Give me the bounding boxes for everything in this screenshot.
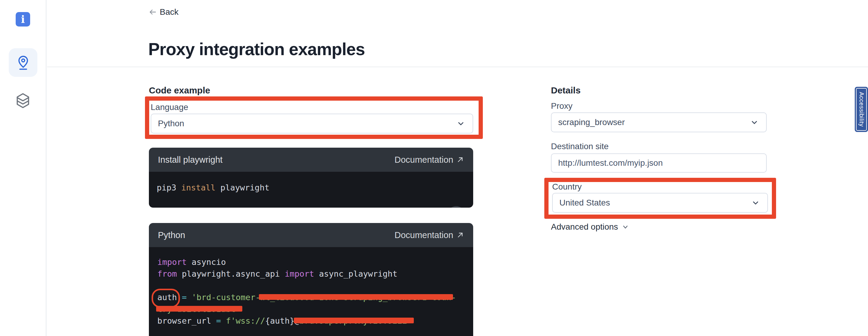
advanced-options-toggle[interactable]: Advanced options bbox=[551, 222, 629, 232]
back-label: Back bbox=[160, 7, 179, 17]
sidebar-item-proxies[interactable] bbox=[9, 48, 37, 77]
proxy-label: Proxy bbox=[551, 101, 572, 111]
chevron-down-icon bbox=[622, 223, 629, 231]
code-line-blank bbox=[157, 280, 473, 292]
python-block-title: Python bbox=[158, 230, 185, 240]
country-label: Country bbox=[552, 182, 582, 192]
redaction-bar: brd.superproxy.io:9222' bbox=[299, 316, 412, 326]
copy-button[interactable] bbox=[447, 206, 465, 208]
details-title: Details bbox=[551, 85, 581, 95]
code-line-browser-url: browser_url = f'wss://{auth}@brd.superpr… bbox=[157, 315, 473, 327]
destination-site-input[interactable] bbox=[551, 153, 767, 173]
layers-icon bbox=[16, 93, 30, 109]
redaction-bar: try-us2c0l101abc' bbox=[157, 304, 241, 314]
external-link-arrow-icon bbox=[456, 231, 464, 239]
sidebar-item-info[interactable]: i bbox=[16, 12, 30, 27]
python-block-header: Python Documentation bbox=[149, 223, 473, 247]
install-code-block: Install playwright Documentation pip3 in… bbox=[149, 148, 473, 208]
code-line: from playwright.async_api import async_p… bbox=[157, 268, 473, 280]
language-label: Language bbox=[151, 102, 188, 112]
external-link-arrow-icon bbox=[456, 156, 464, 164]
install-command: pip3 install playwright bbox=[157, 182, 473, 193]
python-code-body: import asyncio from playwright.async_api… bbox=[149, 247, 473, 336]
code-line-auth-wrap: try-us2c0l101abc' bbox=[157, 303, 473, 315]
header-divider bbox=[47, 67, 868, 67]
documentation-label: Documentation bbox=[395, 230, 453, 240]
country-select[interactable]: United States bbox=[552, 193, 768, 213]
info-icon: i bbox=[21, 14, 25, 24]
sidebar: i bbox=[0, 0, 46, 336]
install-documentation-link[interactable]: Documentation bbox=[395, 155, 464, 165]
install-block-title: Install playwright bbox=[158, 155, 222, 165]
code-line: import asyncio bbox=[157, 256, 473, 268]
back-button[interactable]: Back bbox=[148, 7, 179, 17]
language-select[interactable]: Python bbox=[151, 114, 473, 133]
chevron-down-icon bbox=[750, 118, 758, 126]
code-line-auth: auth = 'brd-customer-wl_c20a000d-zone-sc… bbox=[157, 292, 473, 303]
country-select-value: United States bbox=[559, 198, 752, 208]
code-example-title: Code example bbox=[149, 85, 210, 95]
back-arrow-icon bbox=[148, 8, 157, 16]
documentation-label: Documentation bbox=[395, 155, 453, 165]
install-block-header: Install playwright Documentation bbox=[149, 148, 473, 172]
install-code-body: pip3 install playwright bbox=[149, 172, 473, 208]
chevron-down-icon bbox=[457, 120, 465, 127]
redaction-bar: wl_c20a000d-zone-scraping_browser1-coun bbox=[260, 293, 451, 302]
destination-site-label: Destination site bbox=[551, 142, 609, 151]
python-documentation-link[interactable]: Documentation bbox=[395, 230, 464, 240]
python-code-block: Python Documentation import asyncio from… bbox=[149, 223, 473, 336]
chevron-down-icon bbox=[752, 199, 760, 207]
auth-circle-annotation: auth bbox=[157, 293, 177, 302]
advanced-options-label: Advanced options bbox=[551, 222, 618, 232]
accessibility-widget-tab[interactable]: Accessibility bbox=[855, 87, 868, 132]
sidebar-item-stack[interactable] bbox=[15, 92, 31, 109]
proxy-select[interactable]: scraping_browser bbox=[551, 113, 767, 132]
accessibility-tab-inner: Accessibility bbox=[856, 88, 867, 131]
accessibility-label: Accessibility bbox=[858, 92, 865, 127]
language-select-value: Python bbox=[158, 119, 457, 128]
page-title: Proxy integration examples bbox=[148, 39, 365, 59]
proxy-integration-page: i Back bbox=[0, 0, 868, 336]
location-pin-icon bbox=[16, 54, 31, 71]
proxy-select-value: scraping_browser bbox=[558, 118, 750, 127]
